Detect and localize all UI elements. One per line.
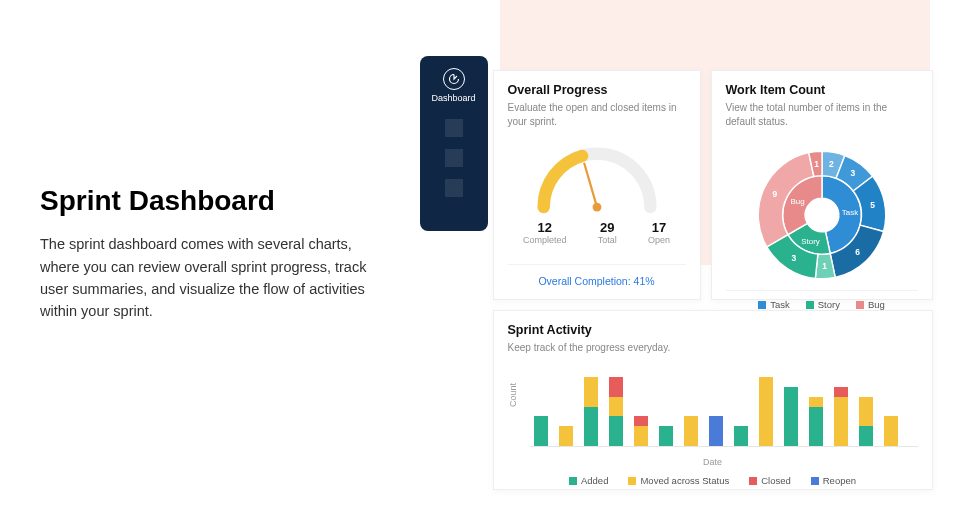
bar-column [559, 426, 573, 446]
bar-column [759, 377, 773, 445]
svg-text:2: 2 [829, 159, 834, 169]
card-work-item-count: Work Item Count View the total number of… [711, 70, 933, 300]
svg-text:1: 1 [822, 261, 827, 271]
axis-label-y: Count [508, 383, 518, 407]
svg-text:Bug: Bug [790, 197, 804, 206]
stat-open: 17Open [648, 220, 670, 245]
page-title: Sprint Dashboard [40, 185, 385, 217]
dashboard-preview: Dashboard Overall Progress Evaluate the … [410, 0, 976, 508]
svg-text:6: 6 [855, 247, 860, 257]
card-subtitle: View the total number of items in the de… [726, 101, 918, 128]
svg-point-13 [805, 198, 839, 232]
svg-text:5: 5 [870, 200, 875, 210]
svg-point-1 [592, 203, 601, 212]
svg-text:Task: Task [841, 208, 857, 217]
bar-column [584, 377, 598, 445]
bar-column [709, 416, 723, 445]
sidebar-placeholder-icon[interactable] [445, 119, 463, 137]
page-description: The sprint dashboard comes with several … [40, 233, 385, 323]
bar-column [884, 416, 898, 445]
bar-column [834, 387, 848, 446]
card-title: Work Item Count [726, 83, 918, 97]
overall-completion-link[interactable]: Overall Completion: 41% [508, 264, 686, 287]
bar-column [609, 377, 623, 445]
sunburst-chart: Task2356Story13Bug91 [747, 140, 897, 290]
sidebar-placeholder-icon[interactable] [445, 149, 463, 167]
sidebar: Dashboard [420, 56, 488, 231]
bar-column [809, 397, 823, 446]
bar-column [534, 416, 548, 445]
stat-total: 29Total [598, 220, 617, 245]
sidebar-item-dashboard[interactable]: Dashboard [431, 93, 475, 103]
bar-column [634, 416, 648, 445]
svg-text:3: 3 [791, 253, 796, 263]
card-sprint-activity: Sprint Activity Keep track of the progre… [493, 310, 933, 490]
bar-column [859, 397, 873, 446]
bar-column [784, 387, 798, 446]
gauge-chart [522, 136, 672, 216]
card-subtitle: Evaluate the open and closed items in yo… [508, 101, 686, 128]
svg-text:3: 3 [850, 168, 855, 178]
bar-column [684, 416, 698, 445]
stat-completed: 12Completed [523, 220, 567, 245]
bar-column [734, 426, 748, 446]
sidebar-placeholder-icon[interactable] [445, 179, 463, 197]
svg-line-0 [584, 163, 597, 207]
wic-legend: Task Story Bug [726, 290, 918, 310]
card-title: Sprint Activity [508, 323, 918, 337]
activity-legend: Added Moved across Status Closed Reopen [508, 475, 918, 486]
card-overall-progress: Overall Progress Evaluate the open and c… [493, 70, 701, 300]
stacked-bar-chart [530, 369, 918, 447]
svg-text:9: 9 [772, 189, 777, 199]
card-title: Overall Progress [508, 83, 686, 97]
axis-label-x: Date [703, 457, 722, 467]
marketing-text: Sprint Dashboard The sprint dashboard co… [0, 185, 410, 323]
card-subtitle: Keep track of the progress everyday. [508, 341, 918, 355]
svg-text:Story: Story [801, 237, 820, 246]
svg-text:1: 1 [814, 159, 819, 169]
bar-column [659, 426, 673, 446]
dashboard-icon[interactable] [443, 68, 465, 90]
